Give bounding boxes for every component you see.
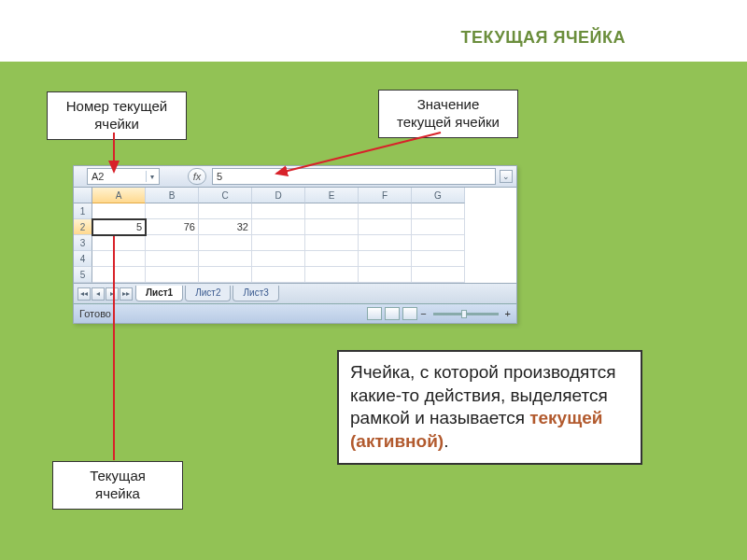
row-header[interactable]: 4 — [74, 251, 92, 267]
cells-area: A B C D E F G 5 76 32 — [92, 188, 516, 283]
row-headers: 1 2 3 4 5 — [74, 188, 92, 283]
cell[interactable] — [412, 251, 465, 267]
tab-nav-last[interactable]: ▸▸ — [120, 287, 133, 301]
cell[interactable] — [305, 251, 359, 267]
cell[interactable] — [359, 235, 412, 251]
cell[interactable] — [92, 251, 146, 267]
zoom-slider[interactable] — [433, 313, 499, 315]
cell[interactable] — [305, 219, 359, 235]
view-layout-icon[interactable] — [385, 307, 400, 320]
excel-window: A2 ▾ fx 5 ⌄ 1 2 3 4 5 A B C D E F G — [73, 165, 517, 324]
cell[interactable] — [305, 235, 359, 251]
row-header[interactable]: 5 — [74, 267, 92, 283]
cell[interactable] — [199, 267, 252, 283]
formula-value: 5 — [217, 171, 222, 182]
cell[interactable] — [412, 203, 465, 219]
tab-nav-prev[interactable]: ◂ — [92, 287, 105, 301]
column-header[interactable]: D — [252, 188, 305, 203]
cell[interactable] — [252, 267, 305, 283]
cell[interactable]: 32 — [199, 219, 252, 235]
cell[interactable] — [92, 203, 146, 219]
column-header[interactable]: B — [146, 188, 199, 203]
cell[interactable] — [252, 235, 305, 251]
sheet-tab[interactable]: Лист3 — [233, 286, 278, 301]
cell[interactable] — [146, 203, 199, 219]
callout-cell-number: Номер текущей ячейки — [47, 91, 187, 140]
column-header[interactable]: C — [199, 188, 252, 203]
cell[interactable] — [146, 235, 199, 251]
cell[interactable] — [412, 219, 465, 235]
slide-title: ТЕКУЩАЯ ЯЧЕЙКА — [0, 28, 747, 48]
callout-cell-value: Значение текущей ячейки — [378, 90, 518, 138]
zoom-thumb-icon[interactable] — [461, 310, 467, 318]
zoom-plus-icon[interactable]: + — [505, 308, 511, 319]
cell[interactable] — [252, 219, 305, 235]
formula-bar: A2 ▾ fx 5 ⌄ — [74, 166, 516, 188]
cell[interactable] — [146, 267, 199, 283]
status-right: − + — [367, 307, 511, 320]
cell[interactable] — [92, 235, 146, 251]
cell[interactable] — [412, 267, 465, 283]
cell[interactable] — [359, 219, 412, 235]
cell[interactable] — [146, 251, 199, 267]
sheet-tabs: ◂◂ ◂ ▸ ▸▸ Лист1 Лист2 Лист3 — [74, 283, 516, 303]
spreadsheet-grid: 1 2 3 4 5 A B C D E F G 5 76 32 — [74, 188, 516, 283]
view-break-icon[interactable] — [402, 307, 417, 320]
callout-definition: Ячейка, с которой производятся какие-то … — [337, 350, 642, 465]
sheet-tab[interactable]: Лист2 — [185, 286, 231, 301]
cell[interactable] — [305, 203, 359, 219]
column-header[interactable]: G — [412, 188, 465, 203]
cell[interactable] — [359, 251, 412, 267]
cell[interactable] — [305, 267, 359, 283]
cell[interactable] — [199, 203, 252, 219]
cell[interactable] — [412, 235, 465, 251]
cell[interactable] — [92, 267, 146, 283]
formula-input[interactable]: 5 — [212, 168, 496, 185]
zoom-minus-icon[interactable]: − — [420, 308, 426, 319]
column-header[interactable]: A — [92, 188, 146, 203]
status-text: Готово — [79, 308, 111, 319]
cell[interactable] — [199, 251, 252, 267]
column-header[interactable]: E — [305, 188, 359, 203]
cell[interactable] — [359, 267, 412, 283]
active-cell[interactable]: 5 — [92, 219, 146, 235]
select-all-corner[interactable] — [74, 188, 92, 203]
name-box-value: A2 — [92, 171, 104, 182]
dropdown-icon[interactable]: ▾ — [146, 171, 157, 182]
cell[interactable] — [252, 251, 305, 267]
callout-current-cell: Текущая ячейка — [52, 461, 183, 510]
tab-nav-next[interactable]: ▸ — [106, 287, 119, 301]
fx-button[interactable]: fx — [188, 168, 206, 185]
name-box[interactable]: A2 ▾ — [87, 168, 160, 185]
status-bar: Готово − + — [74, 303, 516, 323]
definition-after: . — [444, 431, 448, 451]
cell[interactable] — [359, 203, 412, 219]
column-headers: A B C D E F G — [92, 188, 516, 203]
cell[interactable] — [252, 203, 305, 219]
tab-nav-first[interactable]: ◂◂ — [78, 287, 91, 301]
row-header[interactable]: 1 — [74, 203, 92, 219]
view-normal-icon[interactable] — [367, 307, 382, 320]
expand-formula-icon[interactable]: ⌄ — [500, 170, 513, 183]
cell[interactable] — [199, 235, 252, 251]
cell[interactable]: 76 — [146, 219, 199, 235]
row-header[interactable]: 3 — [74, 235, 92, 251]
row-header[interactable]: 2 — [74, 219, 92, 235]
column-header[interactable]: F — [359, 188, 412, 203]
sheet-tab[interactable]: Лист1 — [135, 286, 183, 301]
